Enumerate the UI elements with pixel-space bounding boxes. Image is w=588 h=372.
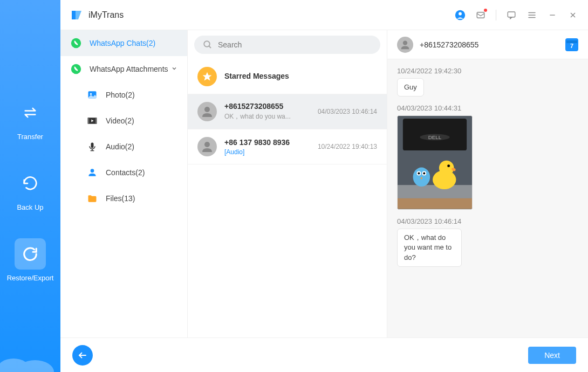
svg-rect-36 xyxy=(398,198,472,209)
tree-panel: WhatsApp Chats(2) WhatsApp Attachments P… xyxy=(60,30,188,337)
msg-image[interactable]: DELL xyxy=(397,115,473,210)
tree-item-files[interactable]: Files(13) xyxy=(60,185,187,211)
svg-point-23 xyxy=(204,41,210,47)
sidebar-label-transfer: Transfer xyxy=(17,133,43,141)
menu-icon[interactable] xyxy=(527,10,537,20)
svg-point-40 xyxy=(418,173,420,175)
video-icon xyxy=(86,115,98,127)
svg-point-44 xyxy=(447,164,450,167)
chat-time: 04/03/2023 10:46:14 xyxy=(318,108,377,115)
close-icon[interactable] xyxy=(568,10,578,20)
app-sidebar: Transfer Back Up Restore/Export xyxy=(0,0,60,372)
detail-panel: +8615273208655 7 10/24/2022 19:42:30 Guy… xyxy=(387,30,588,337)
tree-label-video: Video(2) xyxy=(106,116,134,125)
tree-item-attachments[interactable]: WhatsApp Attachments xyxy=(60,56,187,82)
message-list[interactable]: 10/24/2022 19:42:30 Guy 04/03/2023 10:44… xyxy=(387,59,588,337)
star-icon xyxy=(197,67,217,86)
chat-preview: [Audio] xyxy=(224,148,313,156)
backup-icon xyxy=(22,175,38,191)
account-icon[interactable] xyxy=(455,10,466,20)
chat-time: 10/24/2022 19:40:13 xyxy=(318,143,377,150)
inbox-icon[interactable] xyxy=(475,10,486,20)
calendar-button[interactable]: 7 xyxy=(565,38,578,51)
chat-entry-starred[interactable]: Starred Messages xyxy=(188,59,387,94)
detail-header: +8615273208655 7 xyxy=(387,30,588,59)
divider xyxy=(496,10,496,20)
svg-point-15 xyxy=(90,93,92,95)
search-icon xyxy=(203,40,213,50)
tree-item-audio[interactable]: Audio(2) xyxy=(60,134,187,160)
whatsapp-icon xyxy=(70,37,82,49)
sidebar-item-restore[interactable]: Restore/Export xyxy=(7,238,54,282)
photo-icon xyxy=(86,89,98,101)
chat-entry[interactable]: +86 137 9830 8936 [Audio] 10/24/2022 19:… xyxy=(188,129,387,164)
chat-name: +86 137 9830 8936 xyxy=(224,138,313,147)
arrow-left-icon xyxy=(78,350,87,360)
content: WhatsApp Chats(2) WhatsApp Attachments P… xyxy=(60,30,588,337)
back-button[interactable] xyxy=(72,345,93,366)
tree-label-chats: WhatsApp Chats(2) xyxy=(90,39,155,47)
chat-preview: OK，what do you wa... xyxy=(224,112,313,121)
svg-point-22 xyxy=(91,169,94,173)
contact-avatar-icon xyxy=(397,37,413,53)
svg-rect-19 xyxy=(91,143,94,148)
msg-timestamp: 04/03/2023 10:46:14 xyxy=(397,217,578,225)
chat-name: +8615273208655 xyxy=(224,102,313,111)
msg-bubble: OK，what do you want me to do? xyxy=(397,229,462,267)
sidebar-item-backup[interactable]: Back Up xyxy=(15,168,46,211)
sidebar-label-backup: Back Up xyxy=(17,203,43,211)
svg-rect-4 xyxy=(477,12,484,18)
chevron-down-icon xyxy=(171,65,177,73)
svg-rect-18 xyxy=(95,118,97,124)
main-area: iMyTrans xyxy=(60,0,588,372)
tree-item-contacts[interactable]: Contacts(2) xyxy=(60,160,187,185)
svg-text:7: 7 xyxy=(570,43,573,49)
image-thumbnail: DELL xyxy=(398,116,472,209)
notification-badge xyxy=(484,9,487,12)
audio-icon xyxy=(86,141,98,153)
app-logo-icon xyxy=(70,9,83,22)
msg-timestamp: 10/24/2022 19:42:30 xyxy=(397,67,578,75)
msg-timestamp: 04/03/2023 10:44:31 xyxy=(397,104,578,112)
svg-point-43 xyxy=(439,161,454,176)
svg-point-25 xyxy=(204,107,210,112)
folder-icon xyxy=(86,192,98,204)
cloud-decoration xyxy=(0,340,60,372)
chat-entry[interactable]: +8615273208655 OK，what do you wa... 04/0… xyxy=(188,94,387,129)
restore-icon xyxy=(22,246,38,262)
tree-label-attachments: WhatsApp Attachments xyxy=(90,65,168,73)
svg-rect-5 xyxy=(508,12,515,17)
tree-item-chats[interactable]: WhatsApp Chats(2) xyxy=(60,30,187,56)
svg-line-24 xyxy=(209,46,211,48)
tree-item-photo[interactable]: Photo(2) xyxy=(60,82,187,108)
starred-label: Starred Messages xyxy=(224,72,377,80)
tree-label-audio: Audio(2) xyxy=(106,142,134,151)
svg-point-26 xyxy=(204,142,210,147)
feedback-icon[interactable] xyxy=(506,10,517,20)
sidebar-label-restore: Restore/Export xyxy=(7,274,54,282)
transfer-icon xyxy=(23,105,38,120)
contact-name: +8615273208655 xyxy=(420,40,565,49)
sidebar-item-transfer[interactable]: Transfer xyxy=(15,97,46,141)
avatar-icon xyxy=(197,137,217,156)
svg-point-37 xyxy=(413,168,430,187)
svg-point-3 xyxy=(459,12,462,15)
titlebar: iMyTrans xyxy=(60,0,588,30)
avatar-icon xyxy=(197,102,217,121)
tree-label-files: Files(13) xyxy=(106,194,135,203)
app-title: iMyTrans xyxy=(88,10,455,20)
svg-text:DELL: DELL xyxy=(428,135,442,141)
minimize-icon[interactable] xyxy=(547,10,558,20)
svg-rect-17 xyxy=(88,118,90,124)
contacts-icon xyxy=(86,167,98,178)
search-input[interactable] xyxy=(218,40,372,49)
msg-bubble: Guy xyxy=(397,78,424,97)
svg-point-27 xyxy=(403,40,407,45)
next-button[interactable]: Next xyxy=(528,347,576,364)
chat-list-panel: Starred Messages +8615273208655 OK，what … xyxy=(188,30,387,337)
tree-label-contacts: Contacts(2) xyxy=(106,168,145,177)
tree-item-video[interactable]: Video(2) xyxy=(60,108,187,134)
search-box[interactable] xyxy=(194,36,380,54)
footer: Next xyxy=(60,337,588,372)
svg-point-41 xyxy=(423,173,425,175)
